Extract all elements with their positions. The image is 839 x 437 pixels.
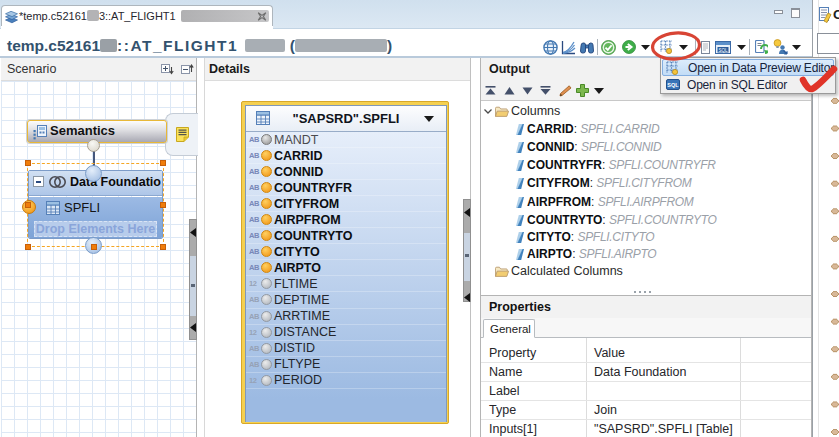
svg-text:SQL: SQL <box>718 48 728 53</box>
svg-text:SQL: SQL <box>667 82 679 88</box>
